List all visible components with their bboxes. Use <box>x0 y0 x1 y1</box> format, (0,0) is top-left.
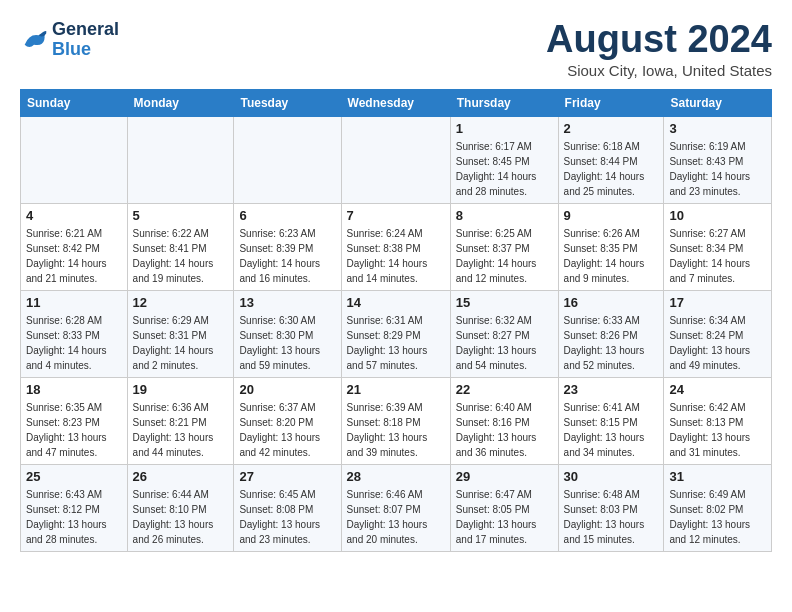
calendar-cell: 17Sunrise: 6:34 AM Sunset: 8:24 PM Dayli… <box>664 291 772 378</box>
day-detail: Sunrise: 6:32 AM Sunset: 8:27 PM Dayligh… <box>456 313 553 373</box>
header-tuesday: Tuesday <box>234 90 341 117</box>
day-detail: Sunrise: 6:43 AM Sunset: 8:12 PM Dayligh… <box>26 487 122 547</box>
day-number: 2 <box>564 121 659 136</box>
calendar-cell: 27Sunrise: 6:45 AM Sunset: 8:08 PM Dayli… <box>234 465 341 552</box>
calendar-cell: 26Sunrise: 6:44 AM Sunset: 8:10 PM Dayli… <box>127 465 234 552</box>
calendar-cell: 14Sunrise: 6:31 AM Sunset: 8:29 PM Dayli… <box>341 291 450 378</box>
header-thursday: Thursday <box>450 90 558 117</box>
day-detail: Sunrise: 6:27 AM Sunset: 8:34 PM Dayligh… <box>669 226 766 286</box>
calendar-cell: 23Sunrise: 6:41 AM Sunset: 8:15 PM Dayli… <box>558 378 664 465</box>
header-friday: Friday <box>558 90 664 117</box>
header-saturday: Saturday <box>664 90 772 117</box>
day-number: 10 <box>669 208 766 223</box>
day-detail: Sunrise: 6:28 AM Sunset: 8:33 PM Dayligh… <box>26 313 122 373</box>
day-detail: Sunrise: 6:29 AM Sunset: 8:31 PM Dayligh… <box>133 313 229 373</box>
calendar-cell: 21Sunrise: 6:39 AM Sunset: 8:18 PM Dayli… <box>341 378 450 465</box>
day-detail: Sunrise: 6:49 AM Sunset: 8:02 PM Dayligh… <box>669 487 766 547</box>
day-detail: Sunrise: 6:26 AM Sunset: 8:35 PM Dayligh… <box>564 226 659 286</box>
calendar-cell <box>127 117 234 204</box>
header-wednesday: Wednesday <box>341 90 450 117</box>
calendar-cell: 31Sunrise: 6:49 AM Sunset: 8:02 PM Dayli… <box>664 465 772 552</box>
day-number: 4 <box>26 208 122 223</box>
calendar-cell: 25Sunrise: 6:43 AM Sunset: 8:12 PM Dayli… <box>21 465 128 552</box>
calendar-cell <box>234 117 341 204</box>
calendar-table: SundayMondayTuesdayWednesdayThursdayFrid… <box>20 89 772 552</box>
day-number: 19 <box>133 382 229 397</box>
day-number: 16 <box>564 295 659 310</box>
calendar-header-row: SundayMondayTuesdayWednesdayThursdayFrid… <box>21 90 772 117</box>
day-number: 26 <box>133 469 229 484</box>
day-number: 30 <box>564 469 659 484</box>
calendar-cell: 24Sunrise: 6:42 AM Sunset: 8:13 PM Dayli… <box>664 378 772 465</box>
calendar-cell: 19Sunrise: 6:36 AM Sunset: 8:21 PM Dayli… <box>127 378 234 465</box>
header-sunday: Sunday <box>21 90 128 117</box>
day-number: 6 <box>239 208 335 223</box>
calendar-cell: 15Sunrise: 6:32 AM Sunset: 8:27 PM Dayli… <box>450 291 558 378</box>
logo-text-line1: General <box>52 20 119 40</box>
day-number: 25 <box>26 469 122 484</box>
calendar-cell: 1Sunrise: 6:17 AM Sunset: 8:45 PM Daylig… <box>450 117 558 204</box>
day-detail: Sunrise: 6:37 AM Sunset: 8:20 PM Dayligh… <box>239 400 335 460</box>
day-detail: Sunrise: 6:41 AM Sunset: 8:15 PM Dayligh… <box>564 400 659 460</box>
day-number: 7 <box>347 208 445 223</box>
day-number: 27 <box>239 469 335 484</box>
calendar-cell: 29Sunrise: 6:47 AM Sunset: 8:05 PM Dayli… <box>450 465 558 552</box>
day-detail: Sunrise: 6:30 AM Sunset: 8:30 PM Dayligh… <box>239 313 335 373</box>
day-detail: Sunrise: 6:31 AM Sunset: 8:29 PM Dayligh… <box>347 313 445 373</box>
day-detail: Sunrise: 6:19 AM Sunset: 8:43 PM Dayligh… <box>669 139 766 199</box>
day-detail: Sunrise: 6:44 AM Sunset: 8:10 PM Dayligh… <box>133 487 229 547</box>
day-detail: Sunrise: 6:35 AM Sunset: 8:23 PM Dayligh… <box>26 400 122 460</box>
day-number: 20 <box>239 382 335 397</box>
day-number: 31 <box>669 469 766 484</box>
calendar-cell: 28Sunrise: 6:46 AM Sunset: 8:07 PM Dayli… <box>341 465 450 552</box>
day-number: 3 <box>669 121 766 136</box>
calendar-week-2: 4Sunrise: 6:21 AM Sunset: 8:42 PM Daylig… <box>21 204 772 291</box>
day-detail: Sunrise: 6:22 AM Sunset: 8:41 PM Dayligh… <box>133 226 229 286</box>
calendar-cell: 20Sunrise: 6:37 AM Sunset: 8:20 PM Dayli… <box>234 378 341 465</box>
day-detail: Sunrise: 6:40 AM Sunset: 8:16 PM Dayligh… <box>456 400 553 460</box>
day-number: 22 <box>456 382 553 397</box>
calendar-cell: 11Sunrise: 6:28 AM Sunset: 8:33 PM Dayli… <box>21 291 128 378</box>
day-number: 11 <box>26 295 122 310</box>
day-number: 21 <box>347 382 445 397</box>
location-subtitle: Sioux City, Iowa, United States <box>546 62 772 79</box>
calendar-cell: 4Sunrise: 6:21 AM Sunset: 8:42 PM Daylig… <box>21 204 128 291</box>
calendar-cell: 22Sunrise: 6:40 AM Sunset: 8:16 PM Dayli… <box>450 378 558 465</box>
calendar-cell: 7Sunrise: 6:24 AM Sunset: 8:38 PM Daylig… <box>341 204 450 291</box>
calendar-cell: 3Sunrise: 6:19 AM Sunset: 8:43 PM Daylig… <box>664 117 772 204</box>
day-number: 5 <box>133 208 229 223</box>
day-detail: Sunrise: 6:18 AM Sunset: 8:44 PM Dayligh… <box>564 139 659 199</box>
calendar-cell: 12Sunrise: 6:29 AM Sunset: 8:31 PM Dayli… <box>127 291 234 378</box>
day-number: 18 <box>26 382 122 397</box>
calendar-week-1: 1Sunrise: 6:17 AM Sunset: 8:45 PM Daylig… <box>21 117 772 204</box>
calendar-cell: 6Sunrise: 6:23 AM Sunset: 8:39 PM Daylig… <box>234 204 341 291</box>
day-number: 13 <box>239 295 335 310</box>
day-detail: Sunrise: 6:42 AM Sunset: 8:13 PM Dayligh… <box>669 400 766 460</box>
day-detail: Sunrise: 6:33 AM Sunset: 8:26 PM Dayligh… <box>564 313 659 373</box>
day-detail: Sunrise: 6:17 AM Sunset: 8:45 PM Dayligh… <box>456 139 553 199</box>
day-detail: Sunrise: 6:36 AM Sunset: 8:21 PM Dayligh… <box>133 400 229 460</box>
day-number: 8 <box>456 208 553 223</box>
day-detail: Sunrise: 6:45 AM Sunset: 8:08 PM Dayligh… <box>239 487 335 547</box>
day-number: 15 <box>456 295 553 310</box>
day-number: 9 <box>564 208 659 223</box>
day-number: 28 <box>347 469 445 484</box>
calendar-cell: 9Sunrise: 6:26 AM Sunset: 8:35 PM Daylig… <box>558 204 664 291</box>
day-number: 17 <box>669 295 766 310</box>
day-detail: Sunrise: 6:21 AM Sunset: 8:42 PM Dayligh… <box>26 226 122 286</box>
day-detail: Sunrise: 6:39 AM Sunset: 8:18 PM Dayligh… <box>347 400 445 460</box>
calendar-cell: 5Sunrise: 6:22 AM Sunset: 8:41 PM Daylig… <box>127 204 234 291</box>
header-monday: Monday <box>127 90 234 117</box>
day-detail: Sunrise: 6:48 AM Sunset: 8:03 PM Dayligh… <box>564 487 659 547</box>
calendar-week-5: 25Sunrise: 6:43 AM Sunset: 8:12 PM Dayli… <box>21 465 772 552</box>
day-number: 29 <box>456 469 553 484</box>
day-number: 24 <box>669 382 766 397</box>
logo: General Blue <box>20 20 119 60</box>
day-number: 23 <box>564 382 659 397</box>
day-detail: Sunrise: 6:24 AM Sunset: 8:38 PM Dayligh… <box>347 226 445 286</box>
calendar-cell: 13Sunrise: 6:30 AM Sunset: 8:30 PM Dayli… <box>234 291 341 378</box>
day-number: 14 <box>347 295 445 310</box>
logo-text-line2: Blue <box>52 40 119 60</box>
calendar-cell: 18Sunrise: 6:35 AM Sunset: 8:23 PM Dayli… <box>21 378 128 465</box>
day-detail: Sunrise: 6:34 AM Sunset: 8:24 PM Dayligh… <box>669 313 766 373</box>
